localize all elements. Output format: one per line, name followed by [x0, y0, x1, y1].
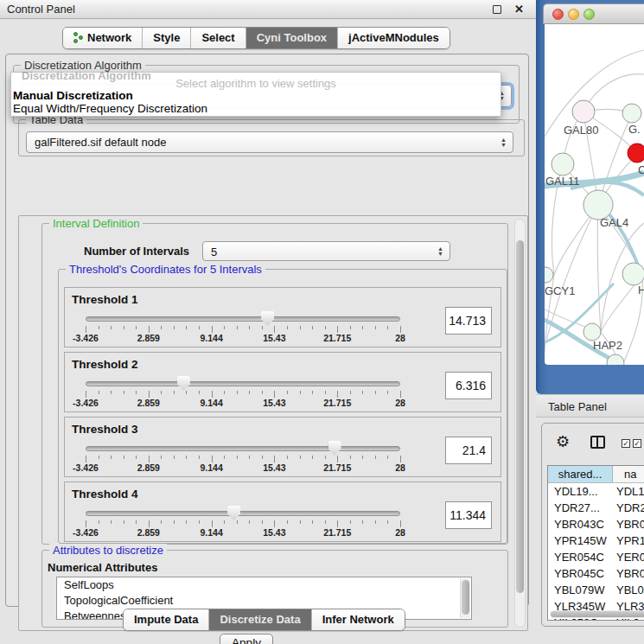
table-row[interactable]: YBR043CYBR0: [548, 516, 644, 532]
thresholds-group-label: Threshold's Coordinates for 5 Intervals: [66, 263, 265, 276]
threshold-box: Threshold 2 -3.4262.8599.14415.4321.7152…: [64, 352, 501, 412]
table-row[interactable]: YPR145WYPR1: [548, 532, 644, 549]
network-node-label: GAL4: [600, 216, 628, 229]
table-row[interactable]: YDL19...YDL1: [548, 483, 644, 500]
table-hscrollbar-thumb[interactable]: [551, 611, 644, 617]
table-row[interactable]: YBL079WYBL0: [548, 582, 644, 598]
threshold-value-field[interactable]: 11.344: [445, 501, 492, 529]
network-node-g[interactable]: [622, 104, 641, 123]
network-node-gal80[interactable]: [572, 100, 595, 123]
float-window-icon[interactable]: [493, 5, 501, 14]
threshold-label: Threshold 2: [72, 358, 138, 371]
close-traffic-light[interactable]: [552, 9, 564, 20]
tab-infer-network[interactable]: Infer Network: [311, 609, 405, 630]
threshold-slider[interactable]: [86, 510, 400, 517]
slider-thumb[interactable]: [261, 311, 274, 326]
network-canvas[interactable]: GAL80G.CGAL11GAL4GCY1HHAP2: [545, 24, 644, 365]
checkbox-2[interactable]: ✓: [633, 439, 641, 448]
minimize-traffic-light[interactable]: [568, 9, 579, 20]
network-node-label: H: [638, 284, 644, 296]
algorithm-dropdown-popup: Discretization Algorithm Select algorith…: [10, 72, 501, 117]
slider-tick-labels: -3.4262.8599.14415.4321.71528: [86, 398, 400, 408]
table-panel-title: Table Panel: [548, 400, 607, 413]
tab-style[interactable]: Style: [142, 28, 190, 48]
column-header-name[interactable]: na: [613, 466, 644, 482]
node-table-rows: YDL19...YDL1YDR27...YDR2YBR043CYBR0YPR14…: [548, 483, 644, 621]
threshold-label: Threshold 4: [72, 488, 138, 501]
attribute-list-item[interactable]: TopologicalCoefficient: [57, 593, 471, 609]
column-layout-icon[interactable]: [590, 436, 605, 449]
zoom-traffic-light[interactable]: [583, 9, 595, 20]
network-node-label: HAP2: [593, 339, 622, 352]
node-table[interactable]: shared... na YDL19...YDL1YDR27...YDR2YBR…: [547, 465, 644, 621]
settings-vertical-scrollbar[interactable]: [514, 219, 526, 628]
network-node-gal11[interactable]: [552, 153, 574, 175]
threshold-value-field[interactable]: 14.713: [445, 307, 492, 335]
network-node-label: GAL80: [564, 124, 598, 137]
table-panel: ⚙ ✓ ✓ shared... na YDL19...YDL1YDR27...Y…: [541, 423, 644, 627]
settings-scrollbar-thumb[interactable]: [516, 240, 524, 593]
num-intervals-combobox[interactable]: 5 ▲▼: [202, 241, 450, 261]
table-panel-toolbar: ⚙ ✓ ✓: [542, 424, 644, 463]
table-row[interactable]: YBR045CYBR0: [548, 565, 644, 582]
network-node-c[interactable]: [628, 143, 644, 163]
tab-discretize-data[interactable]: Discretize Data: [208, 609, 310, 630]
column-header-shared-name[interactable]: shared...: [548, 466, 613, 482]
table-row[interactable]: YER054CYER0: [548, 549, 644, 565]
settings-scrollpanel: Interval Definition Number of Intervals …: [18, 215, 528, 631]
combo-arrows-icon: ▲▼: [501, 137, 507, 148]
tab-impute-data[interactable]: Impute Data: [124, 609, 208, 630]
slider-tick-labels: -3.4262.8599.14415.4321.71528: [86, 462, 400, 473]
network-node-label: G.: [628, 123, 641, 136]
checkbox-1[interactable]: ✓: [622, 439, 630, 448]
network-window-titlebar: [543, 3, 644, 24]
thresholds-group: Threshold's Coordinates for 5 Intervals …: [58, 269, 507, 544]
network-node-hap2[interactable]: [583, 323, 601, 341]
gear-icon[interactable]: ⚙: [556, 434, 570, 450]
cyni-toolbox-pane: Discretization Algorithm ▲▼ Table Data g…: [5, 54, 529, 607]
attributes-scrollbar-thumb[interactable]: [462, 580, 469, 615]
threshold-label: Threshold 1: [72, 293, 138, 306]
threshold-slider[interactable]: [86, 380, 400, 387]
slider-track[interactable]: [86, 446, 400, 451]
network-node-h[interactable]: [622, 263, 644, 285]
table-panel-titlebar: Table Panel: [536, 394, 644, 418]
threshold-slider[interactable]: [86, 316, 400, 322]
table-row[interactable]: YDR27...YDR2: [548, 500, 644, 516]
tab-select[interactable]: Select: [190, 28, 245, 48]
slider-track[interactable]: [86, 381, 400, 386]
algorithm-hint: Select algorithm to view settings: [11, 77, 501, 90]
tab-cyni-toolbox[interactable]: Cyni Toolbox: [245, 28, 337, 48]
top-tabbar: NetworkStyleSelectCyni ToolboxjActiveMNo…: [62, 27, 450, 49]
threshold-value-field[interactable]: 21.4: [445, 437, 492, 464]
table-horizontal-scrollbar[interactable]: [550, 610, 644, 618]
slider-thumb[interactable]: [227, 506, 240, 520]
apply-button[interactable]: Apply: [220, 634, 273, 644]
attribute-list-item[interactable]: SelfLoops: [57, 577, 471, 593]
slider-thumb[interactable]: [328, 441, 341, 456]
interval-definition-group-label: Interval Definition: [49, 217, 143, 230]
control-panel-titlebar: Control Panel ✕: [0, 0, 536, 19]
control-panel-title: Control Panel: [7, 3, 75, 16]
network-node-gcy1[interactable]: [545, 267, 553, 283]
threshold-value-field[interactable]: 6.316: [445, 372, 492, 399]
num-intervals-label: Number of Intervals: [84, 245, 189, 258]
slider-track[interactable]: [86, 511, 400, 516]
attributes-scrollbar[interactable]: [460, 578, 470, 618]
menu-item-manual-discretization[interactable]: Manual Discretization: [13, 89, 133, 102]
network-node-gal4[interactable]: [583, 190, 613, 220]
interval-definition-group: Interval Definition Number of Intervals …: [41, 223, 508, 545]
threshold-box: Threshold 3 -3.4262.8599.14415.4321.7152…: [64, 417, 501, 477]
network-node-label: GAL11: [545, 175, 580, 188]
slider-track[interactable]: [86, 316, 400, 322]
menu-item-equal-width-frequency[interactable]: Equal Width/Frequency Discretization: [13, 102, 207, 115]
tab-jactivemnodules[interactable]: jActiveMNodules: [337, 28, 450, 48]
slider-thumb[interactable]: [177, 376, 190, 391]
table-data-combobox[interactable]: galFiltered.sif default node ▲▼: [26, 131, 513, 153]
tab-network[interactable]: Network: [63, 28, 142, 48]
threshold-box: Threshold 4 -3.4262.8599.14415.4321.7152…: [64, 481, 501, 542]
node-table-header: shared... na: [548, 466, 644, 483]
threshold-slider[interactable]: [86, 445, 400, 452]
bottom-tabbar: Impute DataDiscretize DataInfer Network: [123, 609, 405, 631]
close-icon[interactable]: ✕: [514, 0, 524, 19]
